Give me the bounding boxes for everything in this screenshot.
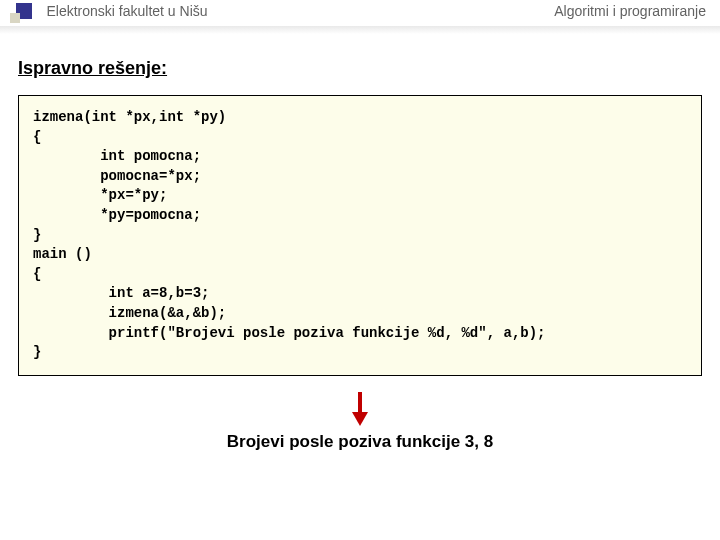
- svg-marker-1: [352, 412, 368, 426]
- slide-header: Elektronski fakultet u Nišu Algoritmi i …: [0, 0, 720, 26]
- section-title: Ispravno rešenje:: [18, 58, 702, 79]
- logo-squares-icon: [10, 3, 36, 23]
- code-block: izmena(int *px,int *py) { int pomocna; p…: [18, 95, 702, 376]
- output-text: Brojevi posle poziva funkcije 3, 8: [18, 432, 702, 452]
- header-right-text: Algoritmi i programiranje: [554, 3, 706, 19]
- header-left-text: Elektronski fakultet u Nišu: [40, 0, 207, 19]
- header-divider: [0, 26, 720, 38]
- svg-rect-0: [358, 392, 362, 412]
- slide-body: Ispravno rešenje: izmena(int *px,int *py…: [0, 38, 720, 452]
- down-arrow-icon: [18, 392, 702, 428]
